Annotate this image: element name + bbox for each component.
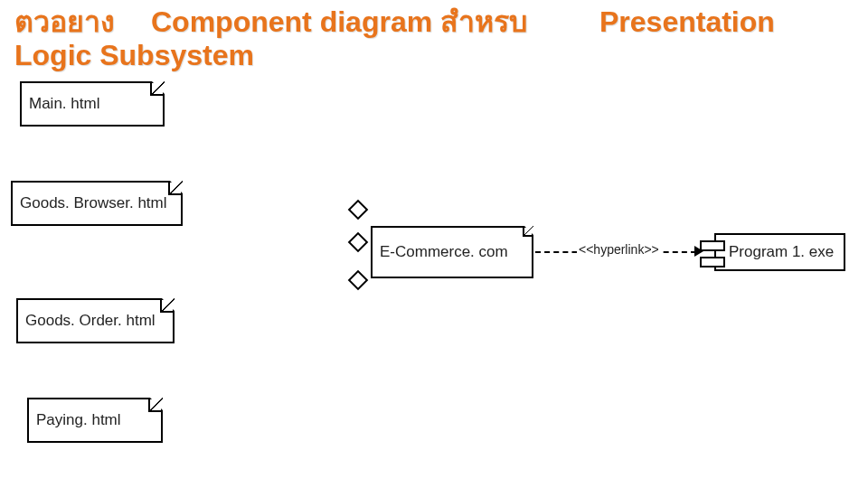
title-part4: Logic Subsystem <box>14 39 254 71</box>
title-part1: ตวอยาง <box>14 5 115 38</box>
file-goods-browser-html: Goods. Browser. html <box>11 181 183 226</box>
interface-port-icon <box>348 232 369 253</box>
file-ecommerce-com: E-Commerce. com <box>371 226 533 278</box>
file-paying-html: Paying. html <box>27 398 163 443</box>
stereotype-label: <<hyperlink>> <box>577 242 661 257</box>
file-goods-order-html: Goods. Order. html <box>16 298 175 343</box>
file-label: Goods. Browser. html <box>20 194 177 212</box>
component-program1-exe: Program 1. exe <box>714 233 845 271</box>
file-label: E-Commerce. com <box>380 243 528 261</box>
page-title: ตวอยางComponent diagram สำหรบPresentatio… <box>14 5 859 72</box>
file-label: Main. html <box>29 95 159 113</box>
title-part3: Presentation <box>599 5 775 38</box>
interface-port-icon <box>348 270 369 291</box>
title-part2: Component diagram สำหรบ <box>151 5 527 38</box>
file-label: Goods. Order. html <box>25 312 169 330</box>
component-tab-icon <box>700 240 725 251</box>
component-tab-icon <box>700 257 725 267</box>
file-main-html: Main. html <box>20 81 165 127</box>
arrowhead-icon <box>694 246 703 257</box>
interface-port-icon <box>348 200 369 221</box>
component-label: Program 1. exe <box>729 243 838 261</box>
file-label: Paying. html <box>36 411 157 429</box>
